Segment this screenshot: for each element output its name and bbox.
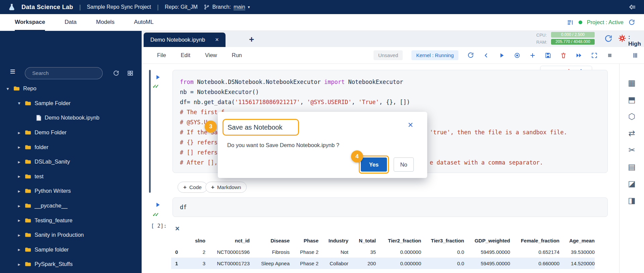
run-cell2-icon[interactable] <box>154 201 161 208</box>
clear-output-icon[interactable]: × <box>175 224 180 233</box>
panel-toggle-icon[interactable] <box>632 52 639 59</box>
package-icon[interactable]: ⬡ <box>628 112 635 121</box>
hamburger-menu-icon[interactable]: ≡ <box>10 67 15 76</box>
layout-grid-icon[interactable] <box>127 70 134 77</box>
chevron-right-icon[interactable]: ▸ <box>17 203 21 209</box>
tree-item-folder[interactable]: ▸folder <box>0 140 142 154</box>
cell-selection-bar <box>149 70 151 193</box>
menu-view[interactable]: View <box>205 52 217 58</box>
yes-button[interactable]: Yes <box>361 157 387 172</box>
notebook-tab[interactable]: Demo Notebook.ipynb × <box>144 33 226 47</box>
tree-item-label: Demo Notebook.ipynb <box>45 115 99 121</box>
tree-item-demo-notebook-ipynb[interactable]: Demo Notebook.ipynb <box>0 110 142 125</box>
refresh-icon[interactable] <box>628 19 635 26</box>
run-cell-icon[interactable] <box>498 52 505 59</box>
project-status: Project : Active <box>587 19 624 26</box>
cpu-label: CPU: <box>536 33 547 38</box>
add-code-cell-button[interactable]: + Code <box>178 182 207 193</box>
tree-item-sample-folder[interactable]: ▾Sample Folder <box>0 96 142 111</box>
ram-usage-badge: 205.770 / 4048.000 <box>551 39 595 45</box>
tree-item-test[interactable]: ▸test <box>0 169 142 184</box>
column-header-slno: slno <box>185 235 205 246</box>
tab-automl[interactable]: AutoML <box>134 14 154 31</box>
search-box[interactable] <box>25 67 103 79</box>
tree-item-pyspark-stuffs[interactable]: ▸PySpark_Stuffs <box>0 257 142 272</box>
changelog-list-icon[interactable] <box>566 19 574 26</box>
menu-run[interactable]: Run <box>232 52 242 58</box>
chevron-right-icon[interactable]: ▸ <box>17 174 21 179</box>
chart-icon[interactable]: ◪ <box>628 180 636 188</box>
table-cell: Sleep Apnea <box>250 258 290 269</box>
interrupt-record-icon[interactable] <box>514 52 521 59</box>
run-all-icon[interactable] <box>576 52 582 59</box>
table-cell: 2 <box>185 246 205 258</box>
tree-item-sanity-in-production[interactable]: ▸Sanity in Production <box>0 228 142 242</box>
tree-item-pipeline-migration[interactable]: ▸Pipeline_Migration <box>0 272 142 273</box>
refresh-tree-icon[interactable] <box>113 70 119 77</box>
tab-workspace[interactable]: Workspace <box>15 14 45 31</box>
refresh-stats-icon[interactable] <box>604 34 613 43</box>
code-line: nb = NotebookExecutor() <box>180 87 607 97</box>
notebook-file-icon <box>36 115 41 121</box>
save-notebook-icon[interactable] <box>545 52 551 59</box>
chevron-right-icon[interactable]: ▸ <box>17 247 21 252</box>
fullscreen-icon[interactable] <box>591 52 598 59</box>
tree-item-repo[interactable]: ▾Repo <box>0 81 142 96</box>
table-grid-icon[interactable]: ▦ <box>628 79 636 87</box>
bucket-icon[interactable]: ◨ <box>628 196 636 204</box>
document-icon[interactable]: ▤ <box>628 163 636 171</box>
add-markdown-cell-button[interactable]: + Markdown <box>205 182 247 193</box>
tree-item-testing-feature[interactable]: ▸Testing_feature <box>0 213 142 228</box>
priority-label: : High <box>628 34 644 47</box>
tree-item-label: Repo <box>23 85 36 92</box>
no-button[interactable]: No <box>394 157 414 172</box>
chevron-right-icon[interactable]: ▸ <box>17 159 21 165</box>
chevron-right-icon[interactable]: ▸ <box>17 144 21 150</box>
scissors-icon[interactable]: ✂ <box>628 146 635 154</box>
folder-icon <box>25 145 31 150</box>
chevron-right-icon[interactable]: ▸ <box>17 232 21 238</box>
lock-icon[interactable]: ⬒ <box>628 96 636 104</box>
code-cell-2[interactable]: df <box>172 197 608 217</box>
folder-icon <box>25 188 31 193</box>
tab-data[interactable]: Data <box>64 14 77 31</box>
branch-selector[interactable]: Branch: main ▾ <box>204 4 250 10</box>
chevron-right-icon[interactable]: ▸ <box>17 188 21 194</box>
chevron-down-icon[interactable]: ▾ <box>5 86 10 91</box>
tree-item-dslab-sanity[interactable]: ▸DSLab_Sanity <box>0 154 142 169</box>
title-annotation-highlight: Save as Notebook <box>222 119 299 136</box>
step-back-icon[interactable] <box>483 52 490 59</box>
dialog-close-icon[interactable]: × <box>408 121 413 130</box>
menu-edit[interactable]: Edit <box>181 52 190 58</box>
delete-cell-icon[interactable] <box>560 52 567 59</box>
chevron-right-icon[interactable]: ▸ <box>17 130 21 135</box>
collapse-arrow-icon[interactable] <box>629 3 637 11</box>
annotation-step-4: 4 <box>351 150 363 163</box>
close-tab-icon[interactable]: × <box>215 36 219 43</box>
chevron-right-icon[interactable]: ▸ <box>17 262 21 267</box>
tree-item-label: __pycache__ <box>35 202 67 209</box>
chevron-down-icon: ▾ <box>248 5 250 9</box>
folder-icon <box>25 174 31 179</box>
stop-kernel-icon[interactable] <box>606 52 613 59</box>
restart-kernel-icon[interactable] <box>467 52 474 59</box>
add-cell-icon[interactable] <box>529 52 536 59</box>
menu-file[interactable]: File <box>157 52 166 58</box>
folder-icon <box>25 262 31 267</box>
tree-item-python-writers[interactable]: ▸Python Writers <box>0 184 142 198</box>
table-cell: Fibrosis <box>250 246 290 258</box>
column-header-phase: Phase <box>290 235 318 246</box>
tree-item-demo-folder[interactable]: ▸Demo Folder <box>0 125 142 140</box>
right-tool-rail: ▦⬒⬡⇄✂▤◪◨ <box>619 64 644 273</box>
shuffle-icon[interactable]: ⇄ <box>628 129 635 137</box>
search-input[interactable] <box>32 70 99 76</box>
run-cell1-icon[interactable] <box>154 74 161 81</box>
tab-models[interactable]: Models <box>96 14 114 31</box>
column-header-gdp_weighted: GDP_weighted <box>464 235 510 246</box>
chevron-down-icon[interactable]: ▾ <box>17 100 21 106</box>
chevron-right-icon[interactable]: ▸ <box>17 218 21 223</box>
tree-item--pycache-[interactable]: ▸__pycache__ <box>0 198 142 213</box>
cell2-code: df <box>180 202 187 212</box>
new-tab-icon[interactable]: + <box>249 34 254 45</box>
tree-item-sample-folder[interactable]: ▸Sample folder <box>0 242 142 257</box>
